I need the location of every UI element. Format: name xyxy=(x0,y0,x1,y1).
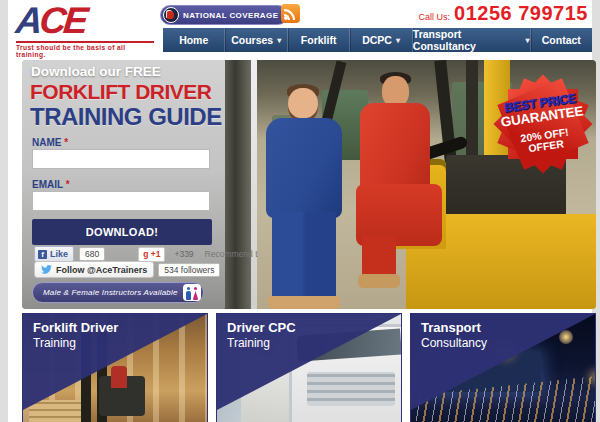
chevron-down-icon: ▾ xyxy=(526,36,530,45)
card-title: Forklift Driver xyxy=(33,320,118,335)
required-mark: * xyxy=(66,179,70,190)
card-forklift-training[interactable]: Forklift Driver Training xyxy=(22,313,208,422)
male-female-icons xyxy=(183,284,201,301)
offer-starburst: BEST PRICE GUARANTEE 20% OFF! OFFER xyxy=(493,74,593,174)
card-title: Driver CPC xyxy=(227,320,296,335)
twitter-followers-count: 534 followers xyxy=(158,263,220,277)
google-recommend-text: Recommend t xyxy=(205,249,258,259)
nav-label: Contact xyxy=(542,34,581,46)
hero-section: Download our FREE FORKLIFT DRIVER TRAINI… xyxy=(22,60,596,309)
google-plus-count: +339 xyxy=(174,249,193,259)
hero-heading-line3: TRAINING GUIDE xyxy=(30,103,222,131)
hero-heading-line1: Download our FREE xyxy=(31,64,161,79)
name-label: NAME * xyxy=(32,137,68,148)
name-input[interactable] xyxy=(32,149,210,169)
female-icon xyxy=(193,287,198,300)
call-us: Call Us: 01256 799715 xyxy=(419,2,588,25)
card-title: Transport xyxy=(421,320,481,335)
card-subtitle: Training xyxy=(227,336,270,350)
rss-icon[interactable] xyxy=(281,4,300,23)
nav-item-dcpc[interactable]: DCPC▾ xyxy=(349,28,411,52)
national-coverage-badge[interactable]: NATIONAL COVERAGE xyxy=(160,5,288,25)
google-plus-one-button[interactable]: g +1 xyxy=(138,247,165,262)
social-row-1: fLike 680 g +1 +339 Recommend t xyxy=(34,246,258,262)
male-icon xyxy=(186,287,191,300)
twitter-icon xyxy=(41,265,52,274)
instructors-badge[interactable]: Male & Female Instructors Available xyxy=(32,282,204,303)
nav-label: Forklift xyxy=(301,34,337,46)
map-icon xyxy=(163,7,179,23)
offer-text: BEST PRICE GUARANTEE 20% OFF! OFFER xyxy=(487,68,596,181)
twitter-follow-button[interactable]: Follow @AceTrainers xyxy=(34,261,154,278)
instructors-badge-label: Male & Female Instructors Available xyxy=(43,288,178,297)
nav-label: Home xyxy=(179,34,208,46)
main-nav: Home Courses▾ Forklift DCPC▾ Transport C… xyxy=(163,28,592,52)
page: ACE Trust should be the basis of all tra… xyxy=(0,0,600,422)
nav-item-transport-consultancy[interactable]: Transport Consultancy▾ xyxy=(412,28,530,52)
service-cards: Forklift Driver Training Driver CPC Trai… xyxy=(22,313,596,422)
card-transport-consultancy[interactable]: Transport Consultancy xyxy=(410,313,596,422)
like-label: Like xyxy=(50,249,68,259)
facebook-like-button[interactable]: fLike xyxy=(34,246,74,262)
national-coverage-label: NATIONAL COVERAGE xyxy=(183,11,278,20)
facebook-icon: f xyxy=(38,250,47,259)
card-subtitle: Consultancy xyxy=(421,336,487,350)
call-us-label: Call Us: xyxy=(419,12,451,22)
nav-item-home[interactable]: Home xyxy=(163,28,224,52)
nav-label: Courses xyxy=(231,34,273,46)
nav-label: DCPC xyxy=(362,34,392,46)
email-input[interactable] xyxy=(32,191,210,211)
logo-letters: ACE xyxy=(14,2,163,40)
twitter-follow-label: Follow @AceTrainers xyxy=(56,265,147,275)
chevron-down-icon: ▾ xyxy=(396,36,400,45)
required-mark: * xyxy=(64,137,68,148)
chevron-down-icon: ▾ xyxy=(277,36,281,45)
phone-number: 01256 799715 xyxy=(454,2,588,25)
email-label: EMAIL * xyxy=(32,179,70,190)
ace-logo[interactable]: ACE Trust should be the basis of all tra… xyxy=(16,2,161,58)
hero-content: Download our FREE FORKLIFT DRIVER TRAINI… xyxy=(22,60,596,309)
card-subtitle: Training xyxy=(33,336,76,350)
header: ACE Trust should be the basis of all tra… xyxy=(8,0,592,60)
google-plus-icon: g +1 xyxy=(143,249,160,259)
download-button[interactable]: DOWNLOAD! xyxy=(32,219,212,245)
facebook-like-count: 680 xyxy=(79,247,105,261)
nav-item-forklift[interactable]: Forklift xyxy=(287,28,349,52)
logo-tagline: Trust should be the basis of all trainin… xyxy=(16,41,154,58)
content-area: ACE Trust should be the basis of all tra… xyxy=(8,0,592,422)
logo-letter-e: E xyxy=(61,0,87,41)
nav-item-contact[interactable]: Contact xyxy=(530,28,592,52)
hero-heading-line2: FORKLIFT DRIVER xyxy=(30,80,212,104)
social-row-2: Follow @AceTrainers 534 followers xyxy=(34,261,220,278)
nav-label: Transport Consultancy xyxy=(413,28,522,52)
offer-line4: OFFER xyxy=(528,138,565,154)
nav-item-courses[interactable]: Courses▾ xyxy=(224,28,286,52)
card-driver-cpc-training[interactable]: Driver CPC Training xyxy=(216,313,402,422)
